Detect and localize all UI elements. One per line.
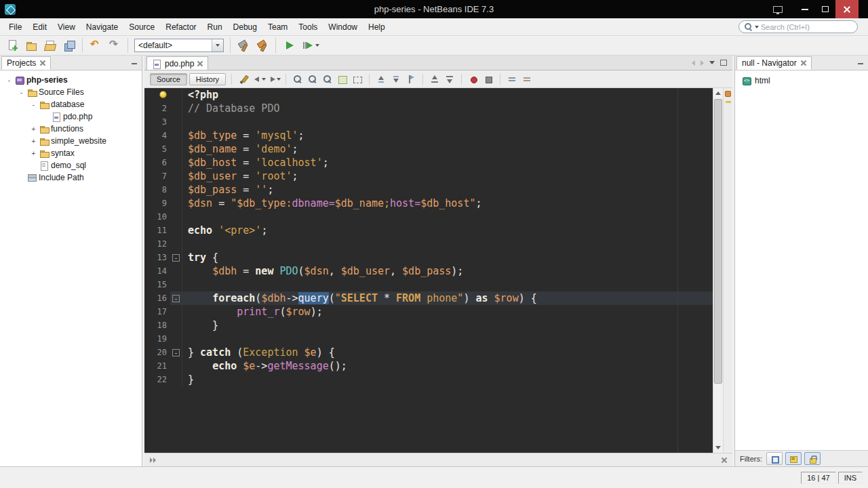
fold-toggle-icon[interactable]: -: [172, 295, 180, 302]
run-project-button[interactable]: [279, 37, 298, 54]
scroll-up-button[interactable]: [713, 88, 723, 98]
minimize-panel-button[interactable]: [130, 59, 139, 68]
code-line[interactable]: 16- foreach($dbh->query("SELECT * FROM p…: [144, 291, 713, 305]
tree-toggle[interactable]: +: [30, 150, 37, 157]
code-line[interactable]: 20-} catch (Exception $e) {: [144, 346, 713, 359]
fold-toggle-icon[interactable]: -: [172, 349, 180, 357]
display-settings-button[interactable]: [768, 0, 788, 18]
next-bookmark-button[interactable]: [389, 73, 403, 86]
stop-macro-button[interactable]: [481, 73, 495, 86]
toggle-bookmark-button[interactable]: [404, 73, 418, 86]
find-selection-button[interactable]: [291, 73, 304, 86]
hint-mark-icon[interactable]: [726, 101, 731, 103]
code-line[interactable]: 10: [144, 210, 713, 224]
uncomment-button[interactable]: [520, 73, 534, 86]
code-line[interactable]: 8$db_pass = '';: [144, 183, 713, 197]
record-macro-button[interactable]: [467, 73, 480, 86]
show-content-filter-button[interactable]: [804, 452, 821, 465]
scroll-down-button[interactable]: [713, 443, 723, 453]
new-project-button[interactable]: [22, 37, 41, 54]
editor-tab-pdo-php[interactable]: pdo.php: [146, 56, 208, 70]
code-line[interactable]: 9$dsn = "$db_type:dbname=$db_name;host=$…: [144, 197, 713, 210]
maximize-button[interactable]: [815, 0, 835, 18]
warning-status-icon[interactable]: [725, 91, 731, 97]
history-view-button[interactable]: History: [189, 73, 226, 85]
tree-node-demo-sql[interactable]: demo_sql: [0, 159, 142, 171]
menu-edit[interactable]: Edit: [27, 18, 52, 35]
close-icon[interactable]: [40, 60, 45, 66]
previous-bookmark-button[interactable]: [374, 73, 388, 86]
breadcrumb-close-icon[interactable]: [722, 458, 727, 463]
clean-build-project-button[interactable]: [253, 37, 272, 54]
tree-node-database[interactable]: -database: [0, 98, 142, 110]
menu-refactor[interactable]: Refactor: [160, 18, 201, 35]
minimize-button[interactable]: [795, 0, 815, 18]
tree-node-simple-website[interactable]: +simple_website: [0, 135, 142, 147]
code-line[interactable]: 11echo '<pre>';: [144, 224, 713, 237]
scrollbar-track[interactable]: [713, 98, 723, 443]
show-inherited-filter-button[interactable]: [766, 452, 783, 465]
source-view-button[interactable]: Source: [150, 73, 187, 85]
config-select[interactable]: <default>: [134, 39, 224, 52]
fold-toggle-icon[interactable]: -: [172, 254, 180, 262]
debug-project-button[interactable]: [298, 37, 323, 54]
projects-tab[interactable]: Projects: [1, 56, 51, 70]
tab-list-icon[interactable]: [709, 61, 715, 64]
combo-dropdown-button[interactable]: [212, 39, 223, 52]
show-attributes-filter-button[interactable]: [785, 452, 802, 465]
scroll-tabs-left-icon[interactable]: [692, 60, 695, 66]
menu-source[interactable]: Source: [123, 18, 160, 35]
menu-tools[interactable]: Tools: [293, 18, 323, 35]
previous-occurrence-button[interactable]: [428, 73, 441, 86]
vertical-scrollbar[interactable]: [713, 88, 723, 453]
menu-view[interactable]: View: [52, 18, 81, 35]
code-line[interactable]: 2// Database PDO: [144, 102, 713, 115]
hint-bulb-icon[interactable]: [159, 91, 167, 98]
menu-window[interactable]: Window: [323, 18, 363, 35]
code-line[interactable]: <?php: [144, 88, 713, 102]
tree-node-source-files[interactable]: -Source Files: [0, 86, 142, 98]
error-stripe[interactable]: [723, 88, 732, 453]
minimize-panel-button[interactable]: [856, 59, 865, 68]
save-all-button[interactable]: [60, 37, 79, 54]
redo-button[interactable]: [105, 37, 124, 54]
search-dropdown-icon[interactable]: [755, 26, 759, 28]
new-file-button[interactable]: [3, 37, 22, 54]
back-button[interactable]: [252, 73, 266, 86]
code-line[interactable]: 4$db_type = 'mysql';: [144, 129, 713, 142]
code-line[interactable]: 15: [144, 278, 713, 291]
menu-navigate[interactable]: Navigate: [81, 18, 123, 35]
code-line[interactable]: 18 }: [144, 319, 713, 332]
close-tab-icon[interactable]: [197, 61, 203, 66]
undo-button[interactable]: [86, 37, 105, 54]
scroll-tabs-right-icon[interactable]: [701, 60, 704, 66]
code-line[interactable]: 5$db_name = 'demo';: [144, 142, 713, 156]
code-line[interactable]: 3: [144, 115, 713, 129]
open-project-button[interactable]: [41, 37, 60, 54]
forward-button[interactable]: [267, 73, 281, 86]
menu-team[interactable]: Team: [262, 18, 293, 35]
menu-debug[interactable]: Debug: [228, 18, 262, 35]
tree-toggle[interactable]: -: [18, 89, 25, 96]
code-line[interactable]: 12: [144, 237, 713, 251]
code-line[interactable]: 21 echo $e->getMessage();: [144, 359, 713, 373]
menu-file[interactable]: File: [3, 18, 27, 35]
titlebar[interactable]: php-series - NetBeans IDE 7.3: [0, 0, 868, 18]
code-line[interactable]: 22}: [144, 373, 713, 386]
navigator-item-html[interactable]: html: [735, 75, 868, 87]
close-icon[interactable]: [801, 60, 806, 66]
comment-button[interactable]: [505, 73, 519, 86]
find-previous-button[interactable]: [306, 73, 319, 86]
search-input[interactable]: [761, 23, 852, 31]
scrollbar-thumb[interactable]: [714, 99, 722, 384]
tree-node-syntax[interactable]: +syntax: [0, 147, 142, 159]
insert-mode-indicator[interactable]: INS: [838, 472, 863, 484]
code-line[interactable]: 14 $dbh = new PDO($dsn, $db_user, $db_pa…: [144, 264, 713, 278]
code-editor[interactable]: <?php2// Database PDO34$db_type = 'mysql…: [144, 88, 732, 453]
breadcrumb-chevron-icon[interactable]: [150, 457, 158, 464]
next-occurrence-button[interactable]: [443, 73, 456, 86]
code-line[interactable]: 19: [144, 332, 713, 346]
tree-node-functions[interactable]: +functions: [0, 123, 142, 135]
tree-toggle[interactable]: -: [5, 77, 13, 84]
code-line[interactable]: 17 print_r($row);: [144, 305, 713, 319]
